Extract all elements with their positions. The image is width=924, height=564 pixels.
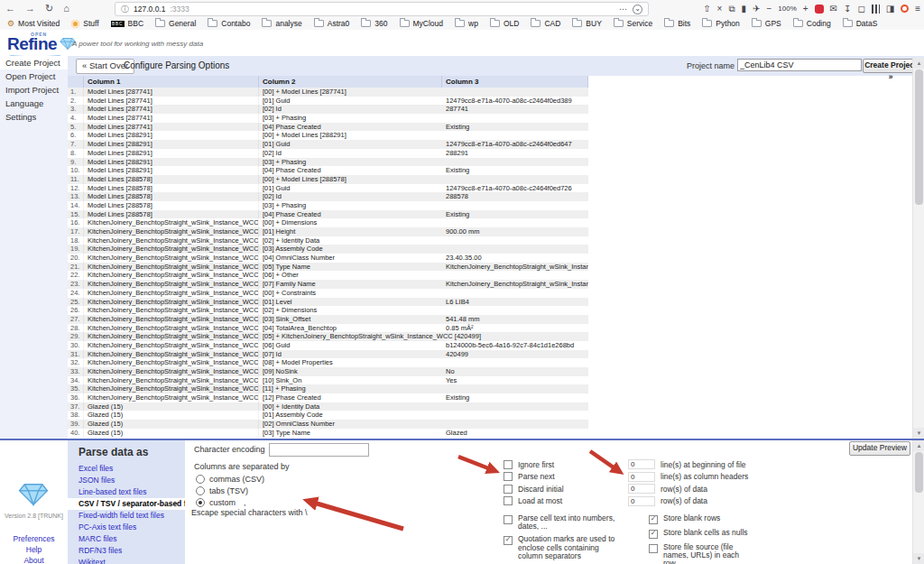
- bookmark-bbc[interactable]: BBCBBC: [111, 19, 143, 28]
- row-number: 37.: [68, 402, 84, 411]
- custom-separator-value[interactable]: ,: [244, 498, 246, 507]
- cell-column3: Existing: [442, 123, 588, 132]
- character-encoding-input[interactable]: [269, 443, 369, 457]
- bookmark-buy[interactable]: BUY: [572, 19, 601, 28]
- radio-commas-csv[interactable]: [196, 475, 205, 484]
- parsing-panel: Version 2.8 [TRUNK] Preferences Help Abo…: [0, 440, 924, 564]
- cell-column1: KitchenJoinery_BenchtopStraight_wSink_In…: [84, 289, 259, 298]
- site-info-icon[interactable]: ⓘ: [121, 4, 129, 15]
- parse-next-count-input[interactable]: [628, 472, 655, 482]
- bookmark-label: BUY: [586, 19, 601, 28]
- format-json-files[interactable]: JSON files: [68, 475, 185, 486]
- bookmark-astra0[interactable]: Astra0: [314, 19, 350, 28]
- close-x-icon[interactable]: ×: [717, 0, 723, 17]
- format-rdf-n3-files[interactable]: RDF/N3 files: [68, 545, 185, 557]
- scroll-up-icon[interactable]: ▲: [913, 440, 924, 451]
- bookmark-most-visited[interactable]: ⚙Most Visited: [7, 19, 60, 28]
- openrefine-logo[interactable]: OPEN Refine: [7, 32, 79, 55]
- app-tagline: A power tool for working with messy data: [72, 40, 203, 48]
- extension-plane-icon[interactable]: ✈: [753, 0, 760, 17]
- preview-row: 13.Model Lines [288578][02] Id288578: [68, 192, 588, 201]
- copy-icon[interactable]: ⧉: [728, 0, 735, 17]
- library-icon[interactable]: [872, 5, 880, 14]
- preview-row: 6.Model Lines [288291][00] + Model Lines…: [68, 131, 588, 140]
- scroll-down-icon[interactable]: ▼: [913, 428, 924, 439]
- sidebar-item-create-project[interactable]: Create Project: [0, 56, 68, 69]
- bookmark-360[interactable]: 360: [361, 19, 387, 28]
- reload-icon[interactable]: ↻: [45, 0, 53, 17]
- ignore-first-checkbox[interactable]: [504, 460, 513, 469]
- bookmark-cad[interactable]: CAD: [531, 19, 560, 28]
- bookmark-wp[interactable]: wp: [455, 19, 478, 28]
- scroll-thumb[interactable]: [915, 452, 923, 493]
- save-to-device-icon[interactable]: ⇧: [703, 0, 710, 17]
- cell-column2: [06] Guid: [259, 341, 442, 350]
- battery-icon[interactable]: ▮: [742, 0, 747, 17]
- store-blank-cells-as-nulls-checkbox[interactable]: [649, 530, 658, 539]
- bookmark-analyse[interactable]: analyse: [262, 19, 301, 28]
- radio-tabs-tsv[interactable]: [196, 486, 205, 495]
- format-line-based-text-files[interactable]: Line-based text files: [68, 486, 185, 498]
- bookmark-datas[interactable]: DataS: [843, 19, 878, 28]
- discard-initial-count-input[interactable]: [628, 484, 655, 494]
- menu-icon[interactable]: ≡: [915, 0, 920, 17]
- preferences-link[interactable]: Preferences: [0, 534, 68, 543]
- sidebar-item-open-project[interactable]: Open Project: [0, 69, 68, 83]
- bookmark-bits[interactable]: Bits: [664, 19, 690, 28]
- adblock-shield-icon[interactable]: [815, 5, 824, 14]
- parse-cell-text-into-numbers-d-checkbox[interactable]: [504, 515, 513, 524]
- format-csv-tsv-separator-based-files[interactable]: CSV / TSV / separator-based files: [68, 498, 185, 510]
- sidebar-item-import-project[interactable]: Import Project: [0, 83, 68, 97]
- format-excel-files[interactable]: Excel files: [68, 463, 185, 475]
- bookmark-general[interactable]: General: [155, 19, 196, 28]
- scroll-thumb[interactable]: [915, 69, 923, 205]
- bookmark-python[interactable]: Python: [702, 19, 739, 28]
- help-link[interactable]: Help: [0, 545, 68, 554]
- bookmark-stuff[interactable]: Stuff: [71, 19, 98, 28]
- store-blank-rows-checkbox[interactable]: [649, 515, 658, 524]
- cell-column3: [442, 289, 588, 298]
- mail-icon[interactable]: ✉: [830, 0, 837, 17]
- bookmark-old[interactable]: OLD: [490, 19, 519, 28]
- home-icon[interactable]: ⌂: [63, 0, 69, 17]
- format-marc-files[interactable]: MARC files: [68, 533, 185, 545]
- limit-label: Parse next: [518, 472, 628, 481]
- scroll-down-icon[interactable]: ▼: [913, 553, 924, 564]
- bookmark-service[interactable]: Service: [614, 19, 652, 28]
- update-preview-button[interactable]: Update Preview: [849, 441, 910, 456]
- quotation-marks-are-used-to-en-checkbox[interactable]: [504, 536, 513, 545]
- radio-custom[interactable]: [196, 498, 205, 507]
- url-bar[interactable]: ⓘ 127.0.0.1 :3333 ⋯ ⌄: [115, 2, 649, 16]
- scroll-up-icon[interactable]: ▲: [913, 58, 924, 69]
- bookmark-coding[interactable]: Coding: [793, 19, 831, 28]
- forward-icon[interactable]: →: [25, 0, 35, 17]
- format-fixed-width-field-text-files[interactable]: Fixed-width field text files: [68, 510, 185, 522]
- parse-next-checkbox[interactable]: [504, 472, 513, 481]
- back-icon[interactable]: ←: [5, 0, 15, 17]
- zoom-in-icon[interactable]: +: [803, 0, 808, 17]
- sidebar-item-language-settings[interactable]: Language Settings: [0, 97, 68, 110]
- download-icon[interactable]: ↧: [844, 0, 851, 17]
- preview-scrollbar[interactable]: ▲ ▼: [912, 58, 924, 439]
- project-name-input[interactable]: [737, 59, 862, 71]
- page-actions-icon[interactable]: ⋯: [619, 5, 628, 14]
- cell-column3: [442, 402, 588, 411]
- ignore-first-count-input[interactable]: [628, 459, 655, 469]
- create-project-button[interactable]: Create Project »: [863, 59, 919, 73]
- bookmark-mycloud[interactable]: MyCloud: [400, 19, 444, 28]
- bookmark-contabo[interactable]: Contabo: [208, 19, 250, 28]
- discard-initial-checkbox[interactable]: [504, 485, 513, 494]
- zoom-out-icon[interactable]: −: [766, 0, 772, 17]
- sidebar-toggle-icon[interactable]: ◨: [886, 0, 894, 17]
- about-link[interactable]: About: [0, 556, 68, 564]
- store-file-source-file-names-u-checkbox[interactable]: [649, 544, 658, 553]
- load-at-most-checkbox[interactable]: [504, 496, 513, 505]
- opera-circle-icon[interactable]: [901, 5, 909, 13]
- bookmark-gps[interactable]: GPS: [752, 19, 781, 28]
- panel-scrollbar[interactable]: ▲ ▼: [912, 440, 924, 564]
- format-pc-axis-text-files[interactable]: PC-Axis text files: [68, 522, 185, 533]
- format-wikitext[interactable]: Wikitext: [68, 557, 185, 564]
- screenshot-icon[interactable]: ◻: [857, 0, 864, 17]
- load-at-most-count-input[interactable]: [628, 496, 655, 506]
- pocket-icon[interactable]: ⌄: [633, 5, 642, 14]
